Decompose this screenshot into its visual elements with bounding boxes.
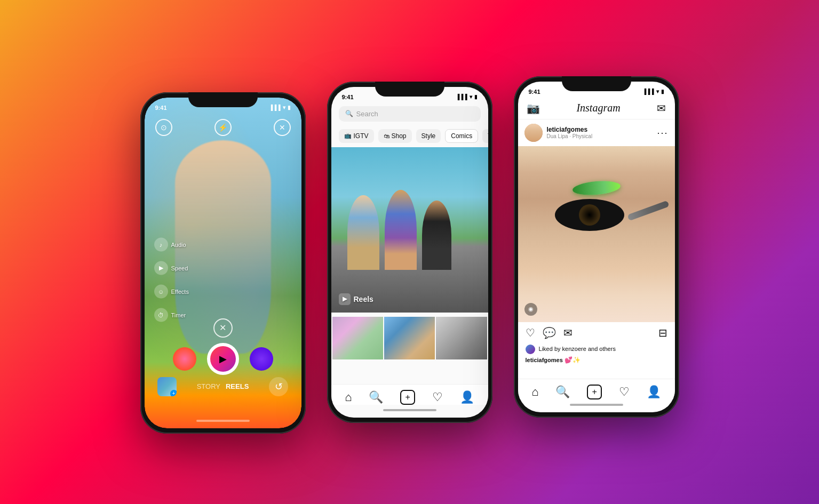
status-icons-2: ▐▐▐ ▾ ▮ bbox=[456, 94, 477, 100]
status-icons-3: ▐▐▐ ▾ ▮ bbox=[642, 89, 664, 94]
post-image: ◉ bbox=[518, 146, 675, 322]
send-icon[interactable]: ✉ bbox=[657, 102, 666, 115]
effects-label: Effects bbox=[171, 288, 189, 294]
wifi-icon-2: ▾ bbox=[470, 94, 472, 100]
thumb-flowers[interactable] bbox=[332, 317, 383, 359]
shutter-button[interactable]: ▶ bbox=[207, 343, 239, 375]
shutter-area: ▶ bbox=[173, 343, 273, 375]
more-options-button[interactable]: ··· bbox=[657, 128, 668, 138]
nav-profile-3[interactable]: 👤 bbox=[647, 385, 661, 399]
glitter-eyeliner bbox=[572, 179, 621, 197]
post-username[interactable]: leticiafgomes bbox=[547, 126, 593, 133]
category-shop[interactable]: 🛍 Shop bbox=[378, 129, 412, 143]
reel-icon: ▶ bbox=[219, 353, 227, 365]
likes-avatar-icon bbox=[526, 345, 535, 354]
wifi-icon-1: ▾ bbox=[283, 105, 285, 110]
nav-home-2[interactable]: ⌂ bbox=[345, 390, 352, 404]
nav-profile-2[interactable]: 👤 bbox=[460, 390, 474, 404]
phone-notch-3 bbox=[562, 76, 631, 91]
story-mode-label[interactable]: STORY bbox=[197, 382, 220, 390]
nav-likes-3[interactable]: ♡ bbox=[619, 385, 630, 399]
camera-bottom-bar: STORY REELS ↺ bbox=[145, 377, 301, 396]
category-chips: 📺 IGTV 🛍 Shop Style Comics TV & Movie bbox=[331, 125, 488, 147]
share-button[interactable]: ✉ bbox=[563, 326, 572, 339]
search-bar[interactable]: 🔍 Search bbox=[339, 106, 481, 122]
timer-option[interactable]: ⏱ Timer bbox=[154, 308, 189, 322]
status-icons-1: ▐▐▐ ▾ ▮ bbox=[269, 105, 290, 110]
bottom-nav-2: ⌂ 🔍 + ♡ 👤 bbox=[331, 384, 488, 405]
eye-closeup-photo bbox=[518, 146, 675, 322]
caption-username: leticiafgomes bbox=[526, 357, 563, 363]
comment-button[interactable]: 💬 bbox=[543, 326, 556, 339]
wifi-icon-3: ▾ bbox=[656, 89, 659, 94]
phone-instagram-post: 9:41 ▐▐▐ ▾ ▮ 📷 Instagram ✉ leticiafgomes… bbox=[514, 76, 679, 418]
delete-clip-button[interactable]: ✕ bbox=[213, 318, 233, 338]
igtv-label: IGTV bbox=[354, 132, 369, 140]
time-3: 9:41 bbox=[529, 89, 540, 95]
makeup-brush bbox=[627, 201, 669, 221]
bottom-nav-3: ⌂ 🔍 + ♡ 👤 bbox=[518, 379, 675, 399]
post-actions-bar: ♡ 💬 ✉ ⊟ bbox=[518, 322, 675, 343]
featured-reel-video[interactable]: ▶ Reels bbox=[331, 147, 488, 313]
phone-screen-3: 9:41 ▐▐▐ ▾ ▮ 📷 Instagram ✉ leticiafgomes… bbox=[518, 82, 675, 412]
battery-icon-3: ▮ bbox=[661, 89, 664, 94]
category-igtv[interactable]: 📺 IGTV bbox=[339, 129, 374, 143]
time-1: 9:41 bbox=[155, 105, 167, 111]
dancer-2 bbox=[385, 190, 417, 270]
camera-header-icon[interactable]: 📷 bbox=[527, 102, 540, 115]
caption-text: 💕✨ bbox=[564, 356, 581, 364]
battery-icon-1: ▮ bbox=[288, 105, 291, 110]
user-avatar[interactable] bbox=[524, 124, 543, 142]
explore-header: 🔍 Search bbox=[331, 103, 488, 125]
bookmark-button[interactable]: ⊟ bbox=[658, 326, 667, 339]
nav-search-3[interactable]: 🔍 bbox=[555, 385, 570, 399]
instagram-logo: Instagram bbox=[576, 102, 620, 114]
speed-option[interactable]: ▶ Speed bbox=[154, 261, 189, 275]
nav-add-2[interactable]: + bbox=[400, 390, 415, 405]
nav-likes-2[interactable]: ♡ bbox=[432, 390, 443, 404]
thumb-skate[interactable] bbox=[436, 317, 487, 359]
nav-home-3[interactable]: ⌂ bbox=[531, 385, 538, 399]
category-comics[interactable]: Comics bbox=[445, 129, 478, 143]
home-indicator-1 bbox=[196, 420, 250, 422]
settings-icon[interactable]: ⊙ bbox=[155, 119, 172, 136]
likes-text: Liked by kenzoere and others bbox=[539, 345, 616, 351]
signal-icon-1: ▐▐▐ bbox=[269, 105, 280, 110]
post-action-left: ♡ 💬 ✉ bbox=[526, 326, 572, 339]
comics-label: Comics bbox=[451, 132, 472, 140]
thumb-friends[interactable] bbox=[384, 317, 435, 359]
thumbnail-grid bbox=[332, 317, 487, 359]
reels-label-icon: ▶ bbox=[339, 293, 351, 305]
phone-notch-1 bbox=[188, 92, 258, 107]
mode-selector: STORY REELS bbox=[197, 382, 249, 390]
battery-icon-2: ▮ bbox=[474, 94, 478, 100]
timer-icon: ⏱ bbox=[154, 308, 168, 322]
effects-icon: ☺ bbox=[154, 284, 168, 298]
flash-icon[interactable]: ⚡ bbox=[214, 119, 232, 136]
close-icon[interactable]: ✕ bbox=[274, 119, 291, 136]
eye-pupil bbox=[579, 204, 600, 226]
category-style[interactable]: Style bbox=[416, 129, 441, 143]
igtv-icon: 📺 bbox=[344, 132, 352, 139]
signal-icon-2: ▐▐▐ bbox=[456, 94, 467, 100]
gallery-thumbnail[interactable] bbox=[157, 377, 177, 396]
timer-label: Timer bbox=[171, 311, 186, 318]
home-indicator-2 bbox=[383, 409, 436, 411]
effect-button-2[interactable] bbox=[250, 347, 273, 371]
speed-label: Speed bbox=[171, 265, 188, 271]
live-photo-icon: ◉ bbox=[524, 303, 537, 316]
nav-add-3[interactable]: + bbox=[587, 385, 602, 399]
reels-mode-label[interactable]: REELS bbox=[226, 382, 249, 390]
audio-option[interactable]: ♪ Audio bbox=[154, 237, 189, 251]
search-placeholder: Search bbox=[356, 110, 378, 118]
nav-search-2[interactable]: 🔍 bbox=[369, 390, 383, 404]
effect-button-1[interactable] bbox=[173, 347, 196, 371]
effects-option[interactable]: ☺ Effects bbox=[154, 284, 189, 298]
post-user-info: leticiafgomes Dua Lipa · Physical bbox=[524, 124, 593, 142]
category-tv[interactable]: TV & Movie bbox=[482, 129, 488, 143]
camera-flip-button[interactable]: ↺ bbox=[269, 377, 288, 396]
like-button[interactable]: ♡ bbox=[526, 326, 535, 339]
dancer-1 bbox=[347, 195, 379, 270]
post-caption: leticiafgomes 💕✨ bbox=[518, 355, 675, 366]
reels-text: Reels bbox=[354, 295, 373, 303]
